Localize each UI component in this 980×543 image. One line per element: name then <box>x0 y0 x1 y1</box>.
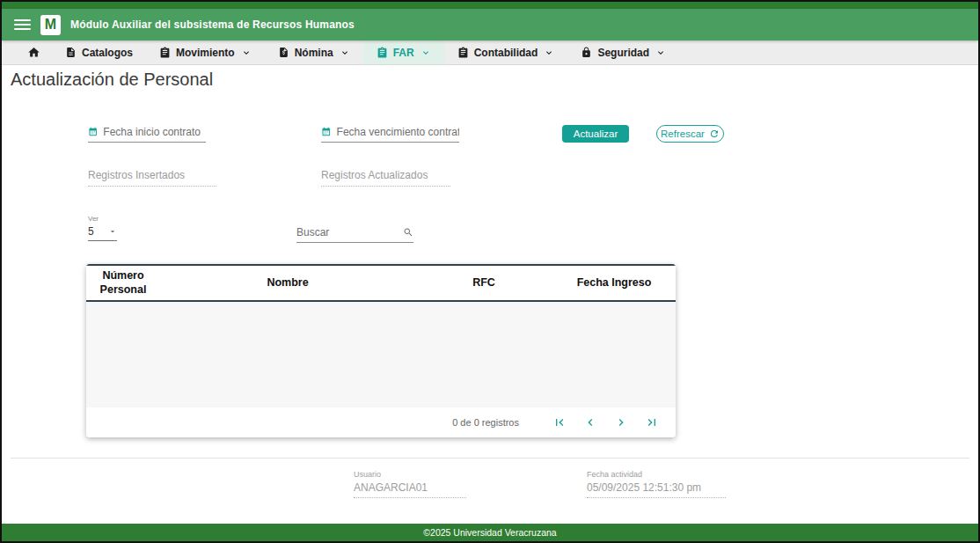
usuario-value: ANAGARCIA01 <box>354 481 466 498</box>
column-header-nombre: Nombre <box>160 266 415 300</box>
first-page-button[interactable] <box>550 415 569 429</box>
page-size-select[interactable]: Ver 5 <box>88 215 117 241</box>
registros-insertados-field: Registros Insertados <box>88 167 216 187</box>
app-title: Módulo Auxiliar del subsistema de Recurs… <box>70 18 355 31</box>
chevron-right-icon <box>614 415 628 429</box>
clipboard-icon <box>457 47 469 58</box>
footer-divider <box>11 458 969 459</box>
personal-table: Número Personal Nombre RFC Fecha Ingreso… <box>86 264 676 437</box>
actualizar-button[interactable]: Actualizar <box>562 125 629 143</box>
refrescar-button[interactable]: Refrescar <box>656 125 724 143</box>
registros-actualizados-label: Registros Actualizados <box>321 169 428 181</box>
nav-item-label: Contabilidad <box>474 47 538 59</box>
fecha-inicio-input[interactable] <box>103 126 206 138</box>
app-logo: M <box>40 15 61 35</box>
page-title: Actualización de Personal <box>11 70 213 90</box>
column-header-fecha-ingreso: Fecha Ingreso <box>552 266 676 300</box>
column-header-rfc: RFC <box>415 266 552 300</box>
chevron-down-icon <box>655 48 666 58</box>
copyright-bar: ©2025 Universidad Veracruzana <box>2 524 978 541</box>
search-icon <box>403 226 413 238</box>
fecha-actividad-value: 05/09/2025 12:51:30 pm <box>587 481 726 498</box>
registros-insertados-label: Registros Insertados <box>88 169 185 181</box>
app-bar: M Módulo Auxiliar del subsistema de Recu… <box>2 9 978 40</box>
lock-icon <box>581 47 592 58</box>
actualizar-button-label: Actualizar <box>574 128 618 139</box>
chevron-down-icon <box>340 48 350 58</box>
fecha-vencimiento-input[interactable] <box>337 126 459 138</box>
first-page-icon <box>552 415 567 429</box>
search-field[interactable] <box>296 222 413 243</box>
main-content: Actualización de Personal Actualizar Ref… <box>2 65 978 524</box>
next-page-button[interactable] <box>611 415 631 429</box>
menu-icon[interactable] <box>14 19 31 30</box>
nav-item-label: Catalogos <box>82 47 133 59</box>
search-input[interactable] <box>296 226 398 238</box>
payroll-file-icon <box>278 47 289 58</box>
nav-item-seguridad[interactable]: Seguridad <box>567 40 679 64</box>
nav-item-far[interactable]: FAR <box>363 40 444 64</box>
calendar-icon <box>88 126 98 137</box>
table-header-row: Número Personal Nombre RFC Fecha Ingreso <box>86 264 676 302</box>
chevron-down-icon <box>421 48 431 58</box>
home-icon <box>27 46 40 59</box>
refresh-icon <box>709 128 720 139</box>
usuario-label: Usuario <box>354 470 466 479</box>
usuario-field: Usuario ANAGARCIA01 <box>354 470 466 498</box>
clipboard-icon <box>159 47 171 58</box>
chevron-left-icon <box>583 415 597 429</box>
chevron-down-icon <box>241 48 252 58</box>
previous-page-button[interactable] <box>581 415 600 429</box>
page-size-value: 5 <box>88 225 94 238</box>
fecha-vencimiento-field[interactable] <box>321 121 459 143</box>
nav-item-nomina[interactable]: Nómina <box>265 40 363 64</box>
file-icon <box>65 47 77 58</box>
app-logo-letter: M <box>45 18 56 32</box>
registros-actualizados-field: Registros Actualizados <box>321 167 450 187</box>
nav-item-label: FAR <box>393 47 414 59</box>
app-window: M Módulo Auxiliar del subsistema de Recu… <box>0 0 980 543</box>
nav-item-label: Movimiento <box>176 47 235 59</box>
top-strip <box>2 2 978 9</box>
last-page-icon <box>645 415 659 429</box>
nav-item-home[interactable] <box>16 40 52 64</box>
table-body-empty <box>86 302 676 407</box>
calendar-icon <box>321 126 332 137</box>
table-pagination: 0 de 0 registros <box>86 407 676 437</box>
column-header-numero-personal: Número Personal <box>86 266 160 300</box>
main-nav: Catalogos Movimiento Nómina FAR Contabil… <box>2 40 978 65</box>
fecha-inicio-field[interactable] <box>88 121 206 143</box>
page-size-label: Ver <box>88 215 117 223</box>
last-page-button[interactable] <box>642 415 662 429</box>
chevron-down-icon <box>544 48 554 58</box>
nav-item-label: Seguridad <box>597 47 649 59</box>
clipboard-icon <box>377 47 388 58</box>
nav-item-catalogos[interactable]: Catalogos <box>52 40 146 64</box>
pagination-summary: 0 de 0 registros <box>452 417 519 428</box>
copyright-text: ©2025 Universidad Veracruzana <box>423 527 556 538</box>
nav-item-contabilidad[interactable]: Contabilidad <box>444 40 568 64</box>
nav-item-movimiento[interactable]: Movimiento <box>146 40 265 64</box>
nav-item-label: Nómina <box>295 47 333 59</box>
fecha-actividad-label: Fecha actividad <box>587 470 726 479</box>
refrescar-button-label: Refrescar <box>661 128 705 139</box>
fecha-actividad-field: Fecha actividad 05/09/2025 12:51:30 pm <box>587 470 726 498</box>
dropdown-arrow-icon <box>108 227 117 236</box>
